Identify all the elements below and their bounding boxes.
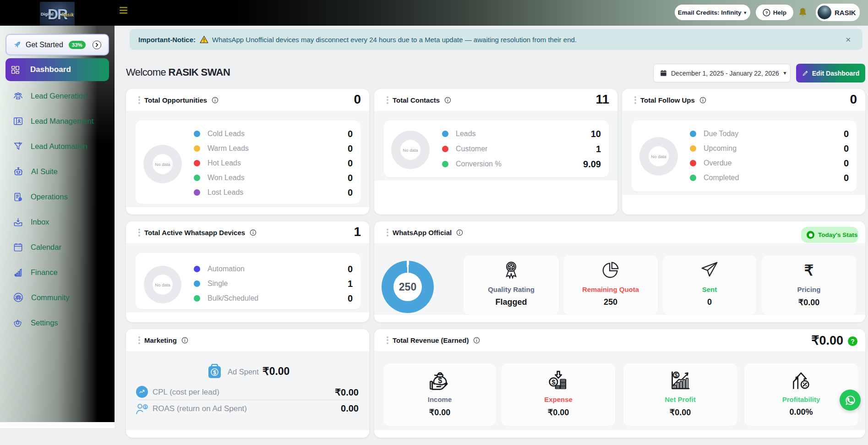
- svg-text:$: $: [675, 372, 678, 379]
- svg-text:?: ?: [765, 10, 768, 15]
- svg-text:$: $: [551, 378, 556, 386]
- svg-text:$: $: [438, 377, 442, 385]
- svg-text:$: $: [144, 405, 147, 409]
- svg-text:$: $: [213, 369, 216, 376]
